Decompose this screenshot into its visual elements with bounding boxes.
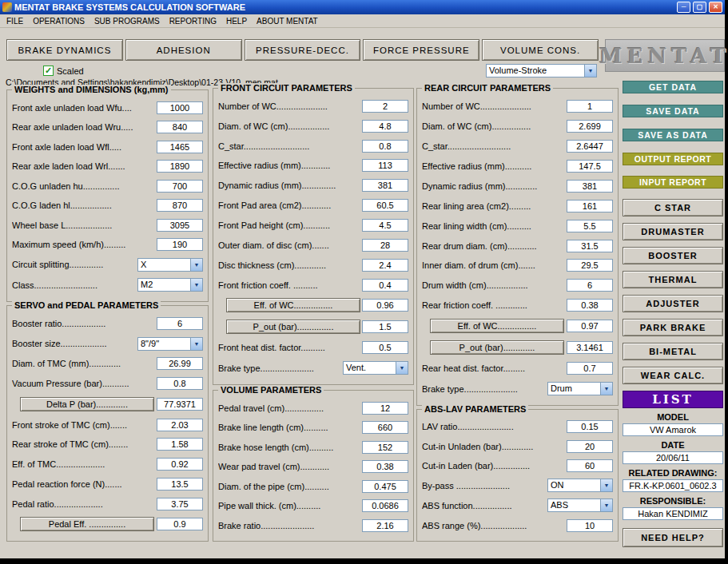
delta-p-bar-button[interactable]: Delta P (bar)............. [20, 397, 154, 411]
param-value-input[interactable]: 0.475 [362, 480, 408, 493]
param-value-input[interactable]: 147.5 [567, 160, 613, 173]
param-value-input[interactable]: 161 [567, 200, 613, 212]
eff-of-wc-button[interactable]: Eff. of WC................ [430, 319, 564, 333]
param-value-input[interactable]: 2.699 [567, 120, 613, 133]
menu-item-file[interactable]: FILE [2, 16, 27, 26]
param-value-input[interactable]: 1465 [157, 141, 203, 153]
p-out-bar-button[interactable]: P_out (bar)............. [430, 340, 564, 355]
chevron-down-icon[interactable]: ▼ [600, 383, 612, 395]
param-value-input[interactable]: 20 [567, 440, 613, 453]
sidebar-button-park-brake[interactable]: PARK BRAKE [623, 319, 723, 336]
param-value-input[interactable]: 2.16 [362, 519, 408, 532]
param-value-input[interactable]: 0.38 [567, 299, 613, 312]
param-value-input[interactable]: 0.9 [157, 518, 203, 530]
sidebar-button-drumaster[interactable]: DRUMASTER [623, 223, 723, 240]
param-dropdown[interactable]: 8"/9"▼ [137, 337, 203, 351]
sidebar-field-related-drawing[interactable]: FR.K-KP.0601_0602.3 [623, 479, 723, 492]
param-value-input[interactable]: 1 [567, 100, 613, 113]
sidebar-field-responsible[interactable]: Hakan KENDIMIZ [623, 507, 723, 520]
param-value-input[interactable]: 190 [157, 238, 203, 251]
sidebar-button-thermal[interactable]: THERMAL [623, 271, 723, 288]
menu-item-help[interactable]: HELP [222, 16, 251, 26]
param-value-input[interactable]: 152 [362, 441, 408, 454]
param-dropdown[interactable]: Drum▼ [547, 382, 613, 395]
mode-dropdown[interactable]: Volume-Stroke ▼ [486, 64, 597, 77]
param-value-input[interactable]: 3.75 [157, 498, 203, 510]
param-value-input[interactable]: 0.38 [362, 460, 408, 473]
need-help-button[interactable]: NEED HELP? [623, 528, 723, 547]
param-value-input[interactable]: 60 [567, 459, 613, 472]
param-value-input[interactable]: 840 [157, 121, 203, 133]
param-value-input[interactable]: 2 [362, 100, 408, 113]
param-dropdown[interactable]: M2▼ [137, 278, 203, 292]
p-out-bar-button[interactable]: P_out (bar)............... [226, 320, 360, 334]
pedal-eff-button[interactable]: Pedal Eff. ............... [20, 517, 154, 531]
param-value-input[interactable]: 0.7 [567, 362, 613, 375]
sidebar-button-booster[interactable]: BOOSTER [623, 247, 723, 264]
tab-volume-cons[interactable]: VOLUME CONS. [482, 39, 599, 61]
param-value-input[interactable]: 4.8 [362, 120, 408, 133]
chevron-down-icon[interactable]: ▼ [190, 259, 202, 271]
param-value-input[interactable]: 381 [362, 179, 408, 192]
param-value-input[interactable]: 3095 [157, 219, 203, 232]
param-value-input[interactable]: 2.6447 [567, 140, 613, 153]
param-dropdown[interactable]: Vent.▼ [343, 361, 408, 375]
param-value-input[interactable]: 0.97 [567, 320, 613, 332]
param-value-input[interactable]: 0.8 [362, 140, 408, 153]
minimize-icon[interactable]: ─ [677, 2, 690, 13]
param-value-input[interactable]: 10 [567, 519, 613, 532]
sidebar-button-input-report[interactable]: INPUT REPORT [623, 176, 723, 189]
menu-item-about-mentat[interactable]: ABOUT MENTAT [253, 16, 322, 26]
param-value-input[interactable]: 60.5 [362, 199, 408, 212]
sidebar-button-output-report[interactable]: OUTPUT REPORT [623, 153, 723, 165]
param-value-input[interactable]: 2.4 [362, 259, 408, 272]
chevron-down-icon[interactable]: ▼ [600, 499, 612, 511]
chevron-down-icon[interactable]: ▼ [190, 279, 202, 291]
param-value-input[interactable]: 700 [157, 180, 203, 193]
sidebar-field-date[interactable]: 20/06/11 [623, 451, 723, 464]
param-dropdown[interactable]: ABS▼ [547, 498, 613, 512]
sidebar-button-get-data[interactable]: GET DATA [623, 81, 723, 93]
param-value-input[interactable]: 0.8 [157, 377, 203, 390]
tab-brake-dynamics[interactable]: BRAKE DYNAMICS [6, 39, 123, 61]
param-value-input[interactable]: 381 [567, 180, 613, 193]
chevron-down-icon[interactable]: ▼ [584, 65, 596, 77]
close-icon[interactable]: ✕ [709, 2, 722, 13]
param-value-input[interactable]: 1.58 [157, 438, 203, 451]
chevron-down-icon[interactable]: ▼ [600, 479, 612, 491]
scaled-checkbox[interactable]: ✓ [43, 66, 54, 76]
param-dropdown[interactable]: X▼ [137, 258, 203, 272]
param-value-input[interactable]: 0.15 [567, 420, 613, 433]
param-value-input[interactable]: 0.92 [157, 458, 203, 471]
sidebar-button-c-star[interactable]: C STAR [623, 199, 723, 216]
eff-of-wc-button[interactable]: Eff. of WC................ [226, 298, 360, 312]
param-value-input[interactable]: 0.96 [362, 299, 408, 312]
param-value-input[interactable]: 0.5 [362, 341, 408, 354]
param-value-input[interactable]: 3.1461 [567, 341, 613, 354]
param-value-input[interactable]: 0.4 [362, 279, 408, 292]
param-value-input[interactable]: 6 [157, 317, 203, 330]
sidebar-button-save-as-data[interactable]: SAVE AS DATA [623, 129, 723, 141]
sidebar-button-bi-metal[interactable]: BI-METAL [623, 343, 723, 360]
param-value-input[interactable]: 26.99 [157, 357, 203, 370]
param-value-input[interactable]: 1000 [157, 101, 203, 114]
sidebar-button-list[interactable]: LIST [623, 391, 723, 408]
menu-item-sub-programs[interactable]: SUB PROGRAMS [90, 16, 164, 26]
param-value-input[interactable]: 1.5 [362, 320, 408, 333]
param-value-input[interactable]: 1890 [157, 160, 203, 173]
param-value-input[interactable]: 4.5 [362, 219, 408, 232]
param-value-input[interactable]: 0.0686 [362, 499, 408, 512]
param-value-input[interactable]: 77.9371 [157, 398, 203, 411]
maximize-icon[interactable]: ▢ [693, 2, 706, 13]
param-value-input[interactable]: 2.03 [157, 419, 203, 431]
title-bar[interactable]: MENTAT BRAKE SYSTEMS CALCULATION SOFTWAR… [0, 0, 725, 14]
param-dropdown[interactable]: ON▼ [547, 479, 613, 492]
param-value-input[interactable]: 6 [567, 279, 613, 292]
chevron-down-icon[interactable]: ▼ [396, 362, 408, 374]
param-value-input[interactable]: 28 [362, 239, 408, 252]
param-value-input[interactable]: 12 [362, 402, 408, 415]
param-value-input[interactable]: 5.5 [567, 220, 613, 232]
tab-adhesion[interactable]: ADHESION [125, 39, 242, 61]
sidebar-field-model[interactable]: VW Amarok [623, 423, 723, 436]
param-value-input[interactable]: 870 [157, 199, 203, 212]
